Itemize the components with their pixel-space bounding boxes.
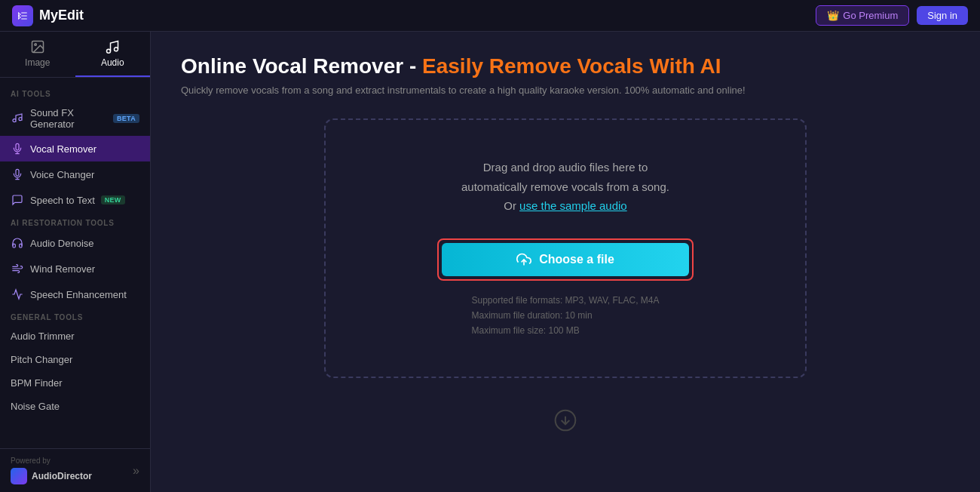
premium-button[interactable]: 👑 Go Premium xyxy=(816,5,909,26)
voice-changer-label: Voice Changer xyxy=(30,169,94,180)
sound-fx-badge: BETA xyxy=(113,114,139,123)
audio-trimmer-label: Audio Trimmer xyxy=(11,331,75,342)
vocal-remover-icon xyxy=(11,142,24,155)
sidebar-item-noise-gate[interactable]: Noise Gate xyxy=(0,395,150,418)
vocal-remover-label: Vocal Remover xyxy=(30,143,96,155)
header: MyEdit 👑 Go Premium Sign in xyxy=(0,0,980,32)
sidebar-content: AI TOOLS Sound FX Generator BETA xyxy=(0,78,150,448)
max-size-text: Maximum file size: 100 MB xyxy=(472,323,660,338)
logo-icon xyxy=(12,5,33,26)
speech-to-text-label: Speech to Text xyxy=(30,195,95,206)
footer-arrow-icon: » xyxy=(133,464,139,478)
audio-denoise-icon xyxy=(11,236,24,250)
sidebar-footer: Powered by AudioDirector » xyxy=(0,448,150,492)
bpm-finder-label: BPM Finder xyxy=(11,377,63,389)
wind-remover-icon xyxy=(11,262,24,275)
drop-text: Drag and drop audio files here to automa… xyxy=(348,158,782,216)
drop-text-line1: Drag and drop audio files here to xyxy=(483,161,648,174)
footer-brand[interactable]: AudioDirector xyxy=(11,468,92,484)
speech-to-text-badge: NEW xyxy=(101,195,125,204)
svg-point-1 xyxy=(35,44,37,46)
tab-audio-label: Audio xyxy=(101,57,124,68)
section-ai-tools-label: AI TOOLS xyxy=(0,84,150,101)
page-subtitle: Quickly remove vocals from a song and ex… xyxy=(181,85,950,96)
tab-image-label: Image xyxy=(25,57,50,68)
sidebar-item-sound-fx[interactable]: Sound FX Generator BETA xyxy=(0,101,150,136)
scroll-down-icon xyxy=(553,408,577,432)
logo-text: MyEdit xyxy=(39,8,84,23)
image-tab-icon xyxy=(30,39,45,54)
title-normal: Online Vocal Remover - xyxy=(181,54,422,78)
title-highlight: Easily Remove Vocals With AI xyxy=(422,54,721,78)
page-title: Online Vocal Remover - Easily Remove Voc… xyxy=(181,54,950,78)
drop-zone[interactable]: Drag and drop audio files here to automa… xyxy=(324,118,807,378)
sidebar-item-vocal-remover[interactable]: Vocal Remover xyxy=(0,136,150,161)
audio-tab-icon xyxy=(105,39,120,54)
drop-text-line2: automatically remove vocals from a song. xyxy=(461,180,669,193)
speech-enhancement-label: Speech Enhancement xyxy=(30,289,127,300)
sidebar-item-audio-trimmer[interactable]: Audio Trimmer xyxy=(0,324,150,348)
svg-point-3 xyxy=(115,48,118,51)
scroll-hint xyxy=(181,408,950,435)
drop-text-or: Or xyxy=(504,199,519,212)
file-info: Supported file formats: MP3, WAV, FLAC, … xyxy=(472,293,660,339)
sidebar-item-speech-enhancement[interactable]: Speech Enhancement xyxy=(0,281,150,307)
crown-icon: 👑 xyxy=(827,10,839,21)
sidebar-item-audio-denoise[interactable]: Audio Denoise xyxy=(0,230,150,256)
section-general-tools-label: GENERAL TOOLS xyxy=(0,307,150,324)
speech-to-text-icon xyxy=(11,193,24,207)
header-actions: 👑 Go Premium Sign in xyxy=(816,5,968,26)
svg-point-2 xyxy=(107,49,111,53)
choose-file-label: Choose a file xyxy=(539,253,614,266)
noise-gate-label: Noise Gate xyxy=(11,401,60,412)
powered-by-text: Powered by xyxy=(11,457,92,465)
main-content: Online Vocal Remover - Easily Remove Voc… xyxy=(151,32,980,492)
voice-changer-icon xyxy=(11,168,24,181)
sidebar: Image Audio AI TOOLS xyxy=(0,32,151,492)
sidebar-item-speech-to-text[interactable]: Speech to Text NEW xyxy=(0,187,150,213)
choose-file-wrapper: Choose a file xyxy=(437,238,694,281)
signin-button[interactable]: Sign in xyxy=(917,6,968,25)
sidebar-item-voice-changer[interactable]: Voice Changer xyxy=(0,161,150,187)
footer-brand-name: AudioDirector xyxy=(32,471,92,481)
tab-image[interactable]: Image xyxy=(0,32,75,77)
main-layout: Image Audio AI TOOLS xyxy=(0,32,980,492)
sidebar-item-bpm-finder[interactable]: BPM Finder xyxy=(0,371,150,395)
sidebar-tabs: Image Audio xyxy=(0,32,150,78)
wind-remover-label: Wind Remover xyxy=(30,263,95,275)
sound-fx-icon xyxy=(11,112,24,125)
pitch-changer-label: Pitch Changer xyxy=(11,354,72,365)
sound-fx-label: Sound FX Generator xyxy=(30,107,107,130)
file-formats-text: Supported file formats: MP3, WAV, FLAC, … xyxy=(472,293,660,308)
audiodirector-icon xyxy=(11,468,27,484)
tab-audio[interactable]: Audio xyxy=(75,32,151,77)
upload-cloud-icon xyxy=(516,252,531,267)
sidebar-item-wind-remover[interactable]: Wind Remover xyxy=(0,256,150,281)
audio-denoise-label: Audio Denoise xyxy=(30,238,94,249)
speech-enhancement-icon xyxy=(11,288,24,301)
logo: MyEdit xyxy=(12,5,84,26)
choose-file-button[interactable]: Choose a file xyxy=(442,243,689,276)
max-duration-text: Maximum file duration: 10 min xyxy=(472,308,660,323)
section-ai-restoration-label: AI RESTORATION TOOLS xyxy=(0,213,150,230)
footer-left: Powered by AudioDirector xyxy=(11,457,92,484)
sample-audio-link[interactable]: use the sample audio xyxy=(519,199,627,212)
sidebar-item-pitch-changer[interactable]: Pitch Changer xyxy=(0,348,150,371)
